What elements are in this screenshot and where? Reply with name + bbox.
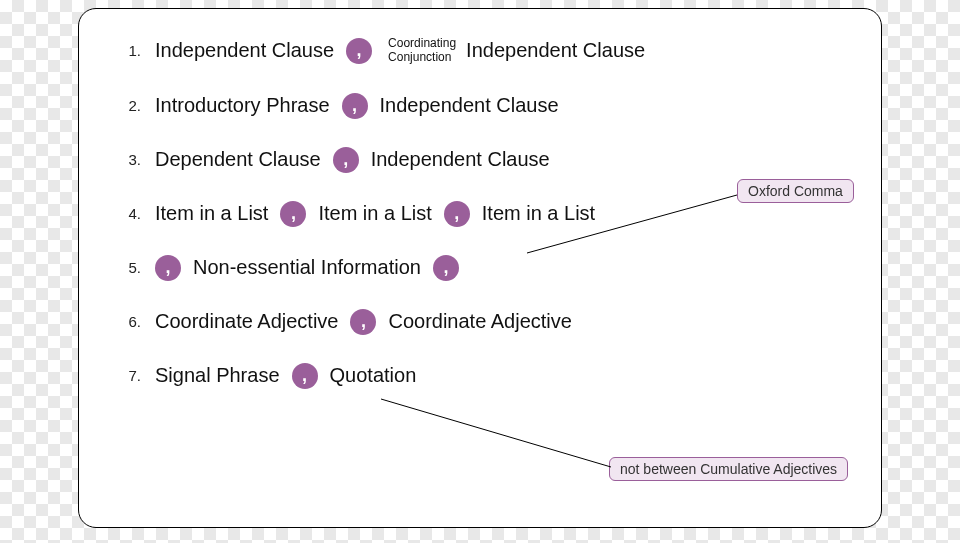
- rule-text: Coordinate Adjective: [155, 310, 338, 333]
- rule-row-7: 7. Signal Phrase , Quotation: [123, 363, 851, 389]
- coord-line1: Coordinating: [388, 36, 456, 50]
- comma-icon: ,: [280, 201, 306, 227]
- rule-row-5: 5. , Non-essential Information ,: [123, 255, 851, 281]
- svg-line-1: [381, 399, 611, 467]
- rule-text: Coordinate Adjective: [388, 310, 571, 333]
- rule-row-4: 4. Item in a List , Item in a List , Ite…: [123, 201, 851, 227]
- rule-text: Non-essential Information: [193, 256, 421, 279]
- comma-icon: ,: [346, 38, 372, 64]
- rule-text: Independent Clause: [380, 94, 559, 117]
- rule-row-2: 2. Introductory Phrase , Independent Cla…: [123, 93, 851, 119]
- rule-row-1: 1. Independent Clause , Coordinating Con…: [123, 37, 851, 65]
- comma-icon: ,: [350, 309, 376, 335]
- cumulative-adjectives-callout: not between Cumulative Adjectives: [609, 457, 848, 481]
- rule-text: Quotation: [330, 364, 417, 387]
- rule-number: 2.: [123, 97, 141, 114]
- rule-number: 3.: [123, 151, 141, 168]
- rule-text: Independent Clause: [466, 39, 645, 62]
- rule-text: Introductory Phrase: [155, 94, 330, 117]
- rule-number: 6.: [123, 313, 141, 330]
- rule-number: 1.: [123, 42, 141, 59]
- coordinating-conjunction-label: Coordinating Conjunction: [388, 37, 456, 65]
- oxford-comma-callout: Oxford Comma: [737, 179, 854, 203]
- rule-number: 7.: [123, 367, 141, 384]
- rule-text: Item in a List: [318, 202, 431, 225]
- rule-row-3: 3. Dependent Clause , Independent Clause: [123, 147, 851, 173]
- comma-icon: ,: [433, 255, 459, 281]
- comma-rules-card: 1. Independent Clause , Coordinating Con…: [78, 8, 882, 528]
- comma-icon: ,: [292, 363, 318, 389]
- rule-text: Item in a List: [155, 202, 268, 225]
- comma-icon: ,: [342, 93, 368, 119]
- rule-text: Independent Clause: [155, 39, 334, 62]
- rule-text: Dependent Clause: [155, 148, 321, 171]
- rule-row-6: 6. Coordinate Adjective , Coordinate Adj…: [123, 309, 851, 335]
- comma-icon: ,: [155, 255, 181, 281]
- coord-line2: Conjunction: [388, 50, 451, 64]
- rule-text: Item in a List: [482, 202, 595, 225]
- rule-number: 5.: [123, 259, 141, 276]
- comma-icon: ,: [333, 147, 359, 173]
- rule-text: Signal Phrase: [155, 364, 280, 387]
- rule-number: 4.: [123, 205, 141, 222]
- rule-text: Independent Clause: [371, 148, 550, 171]
- oxford-comma-icon: ,: [444, 201, 470, 227]
